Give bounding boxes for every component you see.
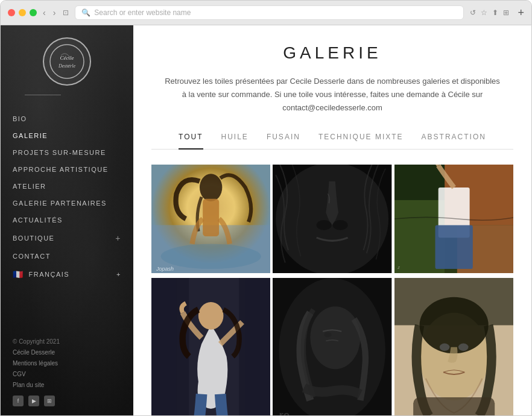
logo-svg: Cécile Desserle — [49, 43, 85, 80]
address-text: Search or enter website name — [94, 8, 191, 17]
back-button[interactable]: ‹ — [42, 8, 47, 17]
browser-titlebar: ‹ › ⊡ 🔍 Search or enter website name ↺ ☆… — [1, 1, 531, 25]
sidebar-footer: © Copyright 2021 Cécile Desserle Mention… — [1, 327, 133, 415]
svg-point-0 — [50, 45, 84, 78]
tab-huile[interactable]: HUILE — [221, 133, 249, 150]
contact-email-link[interactable]: contact@ceciledesserle.com — [282, 103, 382, 112]
page-title: GALERIE — [151, 43, 513, 63]
instagram-icon[interactable]: ⊞ — [44, 396, 55, 406]
logo-area: Cécile Desserle — [1, 25, 133, 110]
svg-point-5 — [161, 244, 261, 269]
gallery-item-6[interactable] — [394, 278, 513, 415]
artwork-1 — [151, 165, 270, 273]
sidebar-nav: BIO GALERIE PROJETS SUR-MESURE APPROCHE … — [1, 110, 133, 327]
artwork-1-label: Jopash — [156, 266, 174, 272]
footer-cgv-link[interactable]: CGV — [13, 369, 121, 380]
youtube-icon[interactable]: ▶ — [28, 396, 39, 406]
page-container: Cécile Desserle BIO GALERIE PROJETS SUR-… — [0, 25, 532, 416]
refresh-icon[interactable]: ↺ — [469, 8, 477, 17]
svg-rect-19 — [435, 225, 472, 269]
sidebar-item-contact[interactable]: CONTACT — [1, 248, 133, 265]
search-icon: 🔍 — [81, 8, 90, 17]
artwork-4 — [151, 278, 270, 415]
browser-toolbar-right: ↺ ☆ ⬆ ⊞ — [469, 8, 510, 17]
sidebar-item-approche[interactable]: APPROCHE ARTISTIQUE — [1, 161, 133, 178]
window-icon[interactable]: ⊡ — [62, 8, 70, 17]
gallery-item-2[interactable] — [273, 165, 391, 276]
svg-point-10 — [317, 220, 332, 230]
france-flag-icon: 🇫🇷 — [13, 269, 24, 279]
tab-abstraction[interactable]: ABSTRACTION — [422, 133, 486, 150]
svg-point-24 — [198, 302, 224, 330]
sidebar-item-actualites[interactable]: ACTUALITÉS — [1, 212, 133, 228]
svg-text:Cécile: Cécile — [60, 55, 74, 61]
sidebar-item-bio[interactable]: BIO — [1, 110, 133, 127]
tab-technique-mixte[interactable]: TECHNIQUE MIXTE — [318, 133, 404, 150]
gallery-item-1[interactable]: Jopash — [151, 165, 270, 276]
svg-point-30 — [324, 332, 331, 337]
sidebar-item-galerie[interactable]: GALERIE — [1, 127, 133, 144]
svg-point-29 — [311, 307, 361, 370]
artwork-6 — [394, 278, 513, 415]
logo[interactable]: Cécile Desserle — [43, 37, 91, 86]
sidebar-item-boutique[interactable]: BOUTIQUE + — [1, 228, 133, 248]
svg-text:z: z — [397, 265, 400, 270]
gallery-grid: Jopash — [151, 165, 513, 415]
svg-text:re: re — [279, 409, 290, 415]
main-content: GALERIE Retrouvez les toiles présentées … — [133, 25, 531, 415]
artwork-2 — [273, 165, 391, 273]
filter-tabs: TOUT HUILE FUSAIN TECHNIQUE MIXTE ABSTRA… — [151, 133, 513, 150]
page-description: Retrouvez les toiles présentées par Ceci… — [163, 75, 501, 115]
footer-mentions-link[interactable]: Mentions légales — [13, 358, 121, 369]
new-tab-button[interactable]: + — [518, 7, 524, 19]
svg-text:Desserle: Desserle — [58, 63, 75, 69]
sidebar-item-galerie-partenaires[interactable]: GALERIE PARTENAIRES — [1, 195, 133, 212]
sidebar-divider — [25, 95, 61, 95]
gallery-item-4[interactable] — [151, 278, 270, 415]
sidebar: Cécile Desserle BIO GALERIE PROJETS SUR-… — [1, 25, 133, 415]
artwork-3: z — [394, 165, 513, 273]
tab-fusain[interactable]: FUSAIN — [267, 133, 300, 150]
bookmark-icon[interactable]: ☆ — [480, 8, 489, 17]
svg-rect-26 — [245, 278, 271, 415]
social-icons: f ▶ ⊞ — [13, 396, 121, 406]
sidebar-item-language[interactable]: 🇫🇷 FRANÇAIS + — [1, 265, 133, 284]
gallery-item-5[interactable]: re — [273, 278, 391, 415]
tab-tout[interactable]: TOUT — [179, 133, 203, 150]
tab-icon[interactable]: ⊞ — [502, 8, 510, 17]
svg-point-36 — [419, 297, 488, 353]
svg-rect-39 — [413, 397, 495, 415]
boutique-expand-icon: + — [115, 233, 121, 243]
svg-point-11 — [333, 220, 348, 230]
facebook-icon[interactable]: f — [13, 396, 24, 406]
svg-rect-7 — [203, 199, 219, 236]
forward-button[interactable]: › — [52, 8, 57, 17]
footer-name-link[interactable]: Cécile Desserle — [13, 347, 121, 358]
close-button[interactable] — [8, 9, 15, 16]
sidebar-item-projets[interactable]: PROJETS SUR-MESURE — [1, 144, 133, 161]
gallery-item-3[interactable]: z — [394, 165, 513, 276]
share-icon[interactable]: ⬆ — [491, 8, 499, 17]
maximize-button[interactable] — [30, 9, 37, 16]
lang-expand-icon: + — [116, 271, 121, 278]
traffic-lights — [8, 9, 37, 16]
sidebar-item-atelier[interactable]: ATELIER — [1, 178, 133, 195]
minimize-button[interactable] — [19, 9, 26, 16]
svg-rect-17 — [394, 165, 445, 200]
address-bar[interactable]: 🔍 Search or enter website name — [75, 5, 464, 20]
svg-point-38 — [458, 344, 469, 351]
artwork-5: re — [273, 278, 391, 415]
svg-point-37 — [439, 344, 449, 351]
svg-point-6 — [200, 174, 222, 202]
svg-rect-25 — [151, 278, 177, 415]
footer-plan-link[interactable]: Plan du site — [13, 380, 121, 391]
browser-chrome: ‹ › ⊡ 🔍 Search or enter website name ↺ ☆… — [0, 0, 532, 25]
footer-copyright: © Copyright 2021 Cécile Desserle Mention… — [13, 336, 121, 391]
